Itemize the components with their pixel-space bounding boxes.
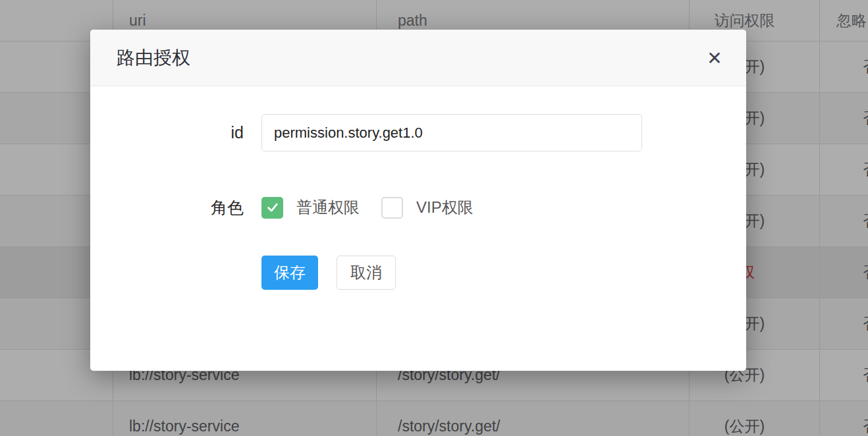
role-form-row: 角色 普通权限 VIP权限 <box>90 196 746 219</box>
save-button[interactable]: 保存 <box>261 256 318 290</box>
id-label: id <box>90 123 244 142</box>
route-authorization-modal: 路由授权 ✕ id 角色 普通权限 VIP权限 保存 <box>90 30 746 371</box>
modal-body: id 角色 普通权限 VIP权限 保存 取消 <box>90 114 746 290</box>
close-icon[interactable]: ✕ <box>703 47 726 70</box>
vip-permission-label[interactable]: VIP权限 <box>416 197 474 218</box>
button-row: 保存 取消 <box>90 256 746 290</box>
id-form-row: id <box>90 114 746 151</box>
role-label: 角色 <box>90 197 244 219</box>
vip-permission-checkbox[interactable] <box>381 197 403 219</box>
page: uri path 访问权限 忽略 lb://story-service /sto… <box>0 0 868 436</box>
id-input[interactable] <box>261 114 642 151</box>
normal-permission-checkbox[interactable] <box>261 197 283 219</box>
normal-permission-label[interactable]: 普通权限 <box>296 197 360 218</box>
modal-title: 路由授权 <box>117 45 190 70</box>
modal-header: 路由授权 ✕ <box>90 30 746 86</box>
cancel-button[interactable]: 取消 <box>337 256 396 290</box>
check-icon <box>265 200 280 215</box>
